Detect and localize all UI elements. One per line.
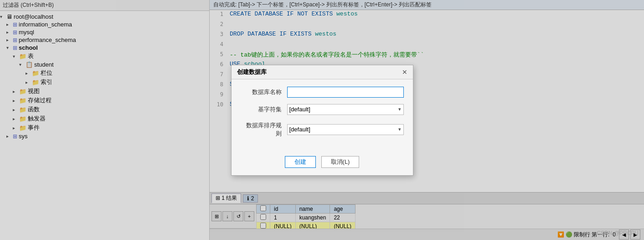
form-label-collation: 数据库排序规则: [241, 121, 282, 138]
dialog-title-text: 创建数据库: [237, 68, 267, 76]
create-button[interactable]: 创建: [285, 156, 316, 168]
collation-select-wrap: [default]: [287, 124, 404, 135]
dialog-close-button[interactable]: ✕: [402, 68, 407, 76]
cancel-button[interactable]: 取消(L): [321, 156, 360, 168]
charset-select[interactable]: [default]: [287, 104, 404, 115]
form-row-collation: 数据库排序规则 [default]: [241, 121, 404, 138]
form-label-charset: 基字符集: [241, 105, 282, 114]
collation-select[interactable]: [default]: [287, 124, 404, 135]
dialog-footer: 创建 取消(L): [232, 151, 413, 175]
charset-select-wrap: [default]: [287, 104, 404, 115]
db-name-input[interactable]: [287, 87, 404, 98]
dialog-title: 创建数据库 ✕: [232, 65, 413, 79]
form-row-dbname: 数据库名称: [241, 87, 404, 98]
create-database-dialog: 创建数据库 ✕ 数据库名称 基字符集 [default] 数据库排序规则: [231, 65, 413, 176]
dialog-body: 数据库名称 基字符集 [default] 数据库排序规则 [default]: [232, 79, 413, 151]
form-label-dbname: 数据库名称: [241, 88, 282, 96]
dialog-overlay: 创建数据库 ✕ 数据库名称 基字符集 [default] 数据库排序规则: [0, 0, 644, 240]
form-row-charset: 基字符集 [default]: [241, 104, 404, 115]
